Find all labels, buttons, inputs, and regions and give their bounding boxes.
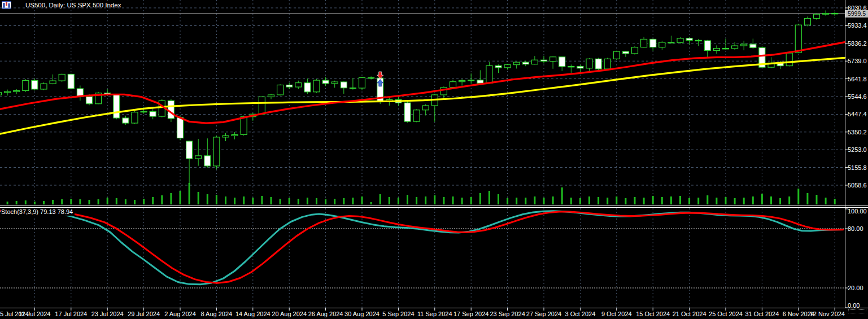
stoch-axis-label: 0.00: [848, 303, 860, 309]
volume-bar: [625, 198, 626, 204]
volume-bar: [25, 200, 27, 204]
candle-body: [359, 78, 365, 88]
volume-bar: [825, 198, 827, 204]
candle-body: [577, 67, 583, 68]
candle-body: [641, 39, 647, 47]
volume-bar: [534, 196, 535, 204]
volume-bar: [143, 199, 145, 204]
volume-bar: [152, 197, 154, 204]
time-axis-label: 15 Oct 2024: [636, 311, 670, 317]
volume-bars: [0, 183, 836, 204]
stoch-axis-label: 80.00: [848, 226, 863, 232]
candle-body: [668, 42, 674, 43]
price-axis-label: 5447.4: [848, 111, 867, 117]
volume-bar: [752, 196, 754, 204]
sell-arrow-icon: [377, 72, 383, 79]
candle-body: [795, 25, 801, 53]
volume-bar: [516, 198, 517, 204]
time-axis-label: 30 Aug 2024: [344, 311, 380, 317]
time-axis-label: 20 Aug 2024: [272, 311, 307, 317]
volume-bar: [289, 198, 290, 204]
stochastic-label: Stoch(37,3,9) 79.13 78.94: [1, 208, 75, 216]
candle-body: [568, 67, 574, 67]
candle-body: [695, 40, 701, 41]
time-axis-label: 9 Oct 2024: [601, 311, 632, 317]
volume-bar: [479, 193, 481, 204]
volume-bar: [670, 196, 672, 204]
time-axis-label: 8 Aug 2024: [201, 311, 233, 317]
candle-body: [350, 88, 356, 89]
candle-body: [522, 62, 529, 64]
chart-canvas[interactable]: [0, 0, 868, 319]
volume-bar: [216, 195, 217, 204]
candle-body: [232, 134, 238, 136]
volume-bar: [607, 198, 608, 204]
candle-body: [32, 80, 38, 89]
price-axis-label: 5933.4: [848, 23, 867, 29]
volume-bar: [761, 194, 763, 204]
time-axis-label: 23 Sep 2024: [490, 311, 525, 317]
candle-body: [186, 141, 193, 159]
price-axis-label: 5739.0: [848, 58, 867, 64]
candle-body: [586, 59, 592, 68]
volume-bar: [770, 196, 772, 204]
time-axis-label: 12 Nov 2024: [810, 311, 845, 317]
candle-body: [123, 118, 129, 123]
candle-body: [595, 59, 601, 69]
volume-bar: [298, 199, 299, 204]
candle-body: [368, 78, 374, 78]
volume-bar: [316, 198, 317, 204]
volume-bar: [243, 196, 245, 204]
volume-bar: [307, 198, 308, 204]
candle-body: [295, 83, 302, 87]
volume-bar: [434, 195, 435, 204]
candle-body: [204, 156, 211, 166]
price-axis-label: 5253.0: [848, 147, 867, 153]
volume-bar: [398, 198, 399, 204]
candle-body: [486, 65, 492, 83]
candle-body: [786, 53, 792, 66]
mini-chart-icon[interactable]: [14, 1, 23, 9]
volume-bar: [579, 198, 581, 204]
volume-bar: [488, 191, 490, 204]
volume-bar: [89, 200, 90, 204]
volume-bar: [452, 196, 454, 204]
candle-body: [268, 95, 274, 97]
axis-corner-grip[interactable]: [848, 309, 866, 313]
volume-bar: [634, 197, 636, 204]
volume-bar: [661, 197, 663, 204]
candle-body: [468, 80, 474, 81]
candle-body: [168, 100, 174, 119]
volume-bar: [725, 197, 727, 204]
time-axis-label: 11 Jul 2024: [19, 311, 50, 317]
candle-body: [195, 156, 202, 159]
volume-bar: [797, 189, 799, 204]
time-axis-label: 26 Aug 2024: [308, 311, 343, 317]
volume-bar: [716, 198, 717, 204]
candle-body: [132, 112, 138, 123]
volume-bar: [407, 195, 408, 204]
price-axis-label: 5836.2: [848, 41, 867, 47]
volume-bar: [225, 196, 226, 204]
volume-bar: [816, 195, 818, 204]
candle-body: [413, 110, 420, 121]
volume-bar: [34, 202, 36, 204]
volume-bar: [743, 198, 745, 204]
volume-bar: [806, 193, 808, 204]
volume-bar: [361, 196, 363, 204]
stoch-axis-label: 100.00: [848, 208, 867, 215]
candle-body: [814, 14, 820, 18]
candle-body: [223, 136, 229, 137]
candle-body: [723, 49, 729, 49]
candle-body: [304, 83, 311, 92]
chart-header: US500, Daily: US SPX 500 Index: [2, 1, 121, 9]
stochastic-panel: [0, 211, 845, 288]
volume-bar: [643, 198, 645, 204]
volume-bar: [652, 196, 654, 204]
candle-body: [141, 111, 147, 112]
volume-bar: [271, 197, 272, 204]
time-axis-label: 21 Oct 2024: [673, 311, 706, 317]
price-axis-label: 5544.6: [848, 94, 867, 100]
volume-bar: [207, 194, 208, 204]
volume-bar: [343, 198, 344, 204]
